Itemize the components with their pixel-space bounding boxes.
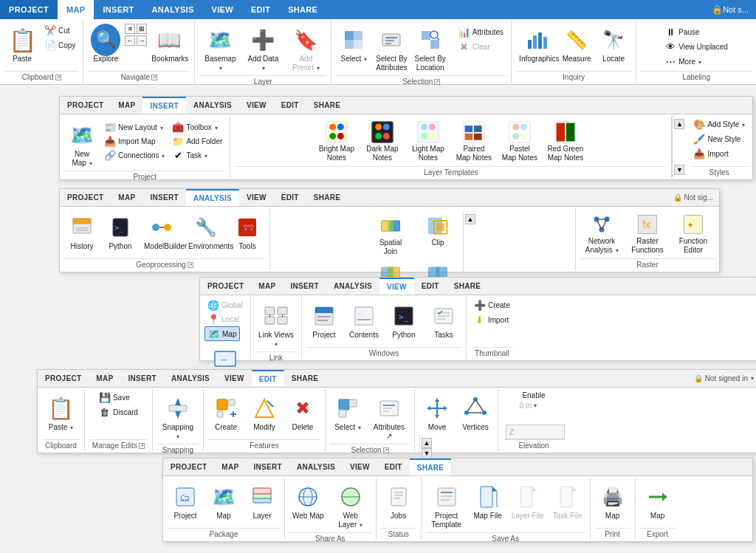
environments-button[interactable]: 🔧 Environments — [185, 211, 227, 253]
add-preset-button[interactable]: 🔖 Add Preset ▾ — [285, 24, 326, 74]
tab-analysis-5[interactable]: ANALYSIS — [164, 370, 217, 387]
connections-button[interactable]: 🔗 Connections ▾ — [101, 148, 168, 162]
paired-map-notes-button[interactable]: Paired Map Notes — [453, 119, 495, 164]
layer-file-button[interactable]: Layer File — [509, 481, 547, 522]
select-by-location-button[interactable]: Select ByLocation — [412, 24, 449, 74]
tab-share-1[interactable]: SHARE — [279, 0, 326, 19]
scroll-up-arrow[interactable]: ▲ — [674, 119, 684, 129]
new-style-button[interactable]: 🖌️ New Style — [690, 132, 743, 145]
tab-map-1[interactable]: MAP — [58, 0, 94, 19]
add-style-button[interactable]: 🎨 Add Style ▾ — [690, 117, 748, 131]
tab-view-5[interactable]: VIEW — [217, 370, 252, 387]
attributes-expand[interactable]: ↗ — [386, 432, 392, 440]
global-button[interactable]: 🌐 Global — [205, 298, 246, 312]
sign-in-1[interactable]: 🔒 Not s... — [704, 0, 756, 19]
manage-edits-expand[interactable]: ↗ — [139, 443, 145, 449]
delete-button[interactable]: ✖ Delete — [285, 392, 320, 433]
tab-map-3[interactable]: MAP — [111, 189, 142, 206]
infographics-button[interactable]: Infographics — [516, 24, 557, 65]
map-share-button[interactable]: 🗺️ Map — [206, 481, 241, 522]
tab-share-6[interactable]: SHARE — [410, 458, 452, 475]
tab-project-6[interactable]: PROJECT — [163, 458, 214, 475]
basemap-button[interactable]: 🗺️ Basemap ▾ — [199, 24, 241, 74]
selection-expand[interactable]: ↗ — [434, 79, 440, 85]
web-layer-button[interactable]: Web Layer ▾ — [330, 481, 371, 531]
clipboard-expand[interactable]: ↗ — [55, 75, 61, 80]
new-map-button[interactable]: 🗺️ NewMap ▾ — [64, 119, 100, 169]
spatial-join-button[interactable]: Spatial Join — [368, 213, 413, 258]
clip-button[interactable]: Clip — [416, 213, 460, 258]
discard-button[interactable]: 🗑 Discard — [96, 405, 141, 419]
tab-edit-6[interactable]: EDIT — [377, 458, 410, 475]
enable-elevation-button[interactable]: Enable — [519, 391, 548, 400]
tab-share-5[interactable]: SHARE — [284, 370, 326, 387]
save-edit-button[interactable]: 💾 Save — [96, 391, 133, 404]
contents-button[interactable]: Contents — [346, 300, 382, 341]
tab-project-1[interactable]: PROJECT — [0, 0, 58, 19]
bright-map-notes-button[interactable]: Bright Map Notes — [315, 119, 358, 164]
modelbuilder-button[interactable]: ModelBuilder — [141, 211, 182, 253]
tab-share-4[interactable]: SHARE — [447, 278, 489, 295]
pause-button[interactable]: ⏸ Pause — [662, 25, 731, 38]
raster-functions-button[interactable]: fx Raster Functions — [626, 211, 669, 256]
link-views-button[interactable]: Link Views ▾ — [255, 300, 297, 350]
map-button-view[interactable]: 🗺️ Map — [205, 326, 240, 341]
tools-button-geo[interactable]: 🧰 Tools — [230, 211, 265, 253]
scroll-down-arrow[interactable]: ▼ — [674, 165, 684, 175]
paste-button[interactable]: 📋 Paste — [4, 24, 40, 65]
tasks-button[interactable]: Tasks — [426, 300, 461, 341]
vertices-button[interactable]: Vertices — [458, 392, 493, 433]
task-file-button[interactable]: Task File — [550, 481, 585, 522]
tab-share-3[interactable]: SHARE — [306, 189, 348, 206]
import-style-button[interactable]: 📥 Import — [690, 147, 731, 160]
tools-scroll-up[interactable]: ▲ — [465, 214, 475, 224]
project-share-button[interactable]: 🗂 Project — [168, 481, 203, 522]
more-button[interactable]: ⋯ More ▾ — [662, 55, 731, 68]
history-button[interactable]: History — [64, 211, 100, 253]
tab-map-4[interactable]: MAP — [251, 278, 283, 295]
tab-view-6[interactable]: VIEW — [343, 458, 377, 475]
tab-view-1[interactable]: VIEW — [203, 0, 242, 19]
tab-project-2[interactable]: PROJECT — [60, 97, 111, 114]
geoprocessing-expand[interactable]: ↗ — [188, 262, 193, 268]
network-analysis-button[interactable]: Network Analysis ▾ — [580, 211, 623, 256]
tab-edit-3[interactable]: EDIT — [274, 189, 306, 206]
cut-button[interactable]: ✂️ Cut — [41, 24, 78, 37]
create-thumbnail-button[interactable]: ➕ Create — [471, 298, 513, 312]
create-feature-button[interactable]: Create — [208, 392, 244, 433]
add-data-button[interactable]: ➕ Add Data ▾ — [242, 24, 284, 74]
attributes-button[interactable]: 📊 Attributes — [456, 25, 506, 38]
bookmarks-button[interactable]: 📖 Bookmarks — [148, 24, 190, 65]
layer-share-button[interactable]: Layer — [244, 481, 280, 522]
tab-view-3[interactable]: VIEW — [239, 189, 274, 206]
pastel-map-notes-button[interactable]: Pastel Map Notes — [498, 119, 541, 164]
print-map-button[interactable]: 🖨️ Map — [595, 481, 630, 522]
paste-edit-button[interactable]: 📋 Paste ▾ — [43, 392, 78, 433]
tab-insert-3[interactable]: INSERT — [142, 189, 185, 206]
tab-edit-5[interactable]: EDIT — [252, 370, 284, 387]
import-map-button[interactable]: 📥 Import Map — [101, 134, 168, 148]
toolbox-button[interactable]: 🧰 Toolbox ▾ — [169, 120, 225, 134]
local-button[interactable]: 📍 Local — [205, 312, 242, 326]
tools-edit-scroll-up[interactable]: ▲ — [422, 438, 432, 448]
measure-button[interactable]: 📏 Measure — [559, 24, 594, 65]
task-button[interactable]: ✔ Task ▾ — [169, 148, 225, 162]
locate-button[interactable]: 🔭 Locate — [596, 24, 631, 65]
tab-share-2[interactable]: SHARE — [306, 97, 348, 114]
tab-edit-4[interactable]: EDIT — [414, 278, 447, 295]
tab-insert-1[interactable]: INSERT — [94, 0, 142, 19]
python-window-button[interactable]: >_ Python — [386, 300, 422, 341]
copy-button[interactable]: 📄 Copy — [41, 38, 78, 52]
tab-analysis-4[interactable]: ANALYSIS — [326, 278, 379, 295]
map-file-button[interactable]: Map File — [470, 481, 506, 522]
tab-project-3[interactable]: PROJECT — [60, 189, 111, 206]
tab-view-2[interactable]: VIEW — [239, 97, 274, 114]
project-template-button[interactable]: Project Template — [426, 481, 467, 531]
attributes-edit-button[interactable]: Attributes ↗ — [368, 392, 410, 442]
select-button[interactable]: Select ▾ — [336, 24, 371, 65]
tab-insert-2[interactable]: INSERT — [142, 97, 185, 114]
selection-edit-expand[interactable]: ↗ — [383, 447, 389, 453]
modify-button[interactable]: Modify — [247, 392, 282, 433]
tab-view-4[interactable]: VIEW — [379, 278, 414, 295]
add-folder-button[interactable]: 📁 Add Folder — [169, 134, 225, 148]
